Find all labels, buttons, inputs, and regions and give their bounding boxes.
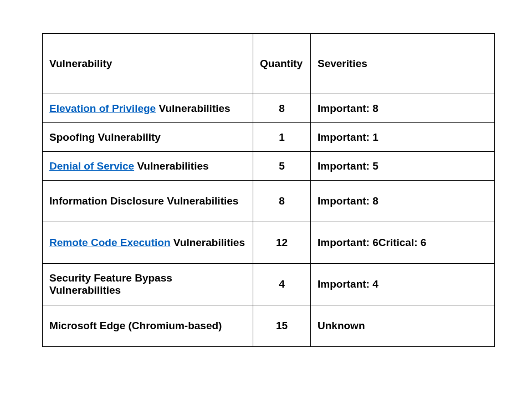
- cell-severities: Important: 1: [311, 123, 495, 152]
- cell-quantity: 15: [253, 305, 311, 347]
- cell-quantity: 8: [253, 181, 311, 222]
- cell-quantity: 4: [253, 264, 311, 305]
- cell-vulnerability: Elevation of Privilege Vulnerabilities: [43, 94, 253, 123]
- cell-severities: Important: 5: [311, 152, 495, 181]
- page: Vulnerability Quantity Severities Elevat…: [0, 0, 532, 347]
- cell-vulnerability: Remote Code Execution Vulnerabilities: [43, 222, 253, 264]
- cell-vulnerability: Spoofing Vulnerability: [43, 123, 253, 152]
- cell-severities: Important: 8: [311, 94, 495, 123]
- table-row: Information Disclosure Vulnerabilities 8…: [43, 181, 495, 222]
- link-remote-code-execution[interactable]: Remote Code Execution: [49, 237, 171, 248]
- cell-severities: Important: 6Critical: 6: [311, 222, 495, 264]
- cell-quantity: 8: [253, 94, 311, 123]
- cell-vulnerability-text: Vulnerabilities: [171, 237, 245, 248]
- table-row: Microsoft Edge (Chromium-based) 15 Unkno…: [43, 305, 495, 347]
- cell-severities: Important: 4: [311, 264, 495, 305]
- cell-vulnerability: Denial of Service Vulnerabilities: [43, 152, 253, 181]
- cell-vulnerability-text: Spoofing Vulnerability: [49, 131, 161, 143]
- cell-vulnerability-text: Vulnerabilities: [134, 160, 208, 172]
- cell-quantity: 12: [253, 222, 311, 264]
- cell-quantity: 1: [253, 123, 311, 152]
- cell-vulnerability-text: Information Disclosure Vulnerabilities: [49, 195, 238, 207]
- header-quantity: Quantity: [253, 34, 311, 94]
- cell-vulnerability: Microsoft Edge (Chromium-based): [43, 305, 253, 347]
- cell-quantity: 5: [253, 152, 311, 181]
- header-severities: Severities: [311, 34, 495, 94]
- vulnerability-table: Vulnerability Quantity Severities Elevat…: [42, 33, 495, 347]
- table-row: Denial of Service Vulnerabilities 5 Impo…: [43, 152, 495, 181]
- cell-vulnerability-text: Microsoft Edge (Chromium-based): [49, 320, 222, 331]
- table-row: Spoofing Vulnerability 1 Important: 1: [43, 123, 495, 152]
- cell-vulnerability-text: Security Feature Bypass Vulnerabilities: [49, 272, 172, 296]
- cell-vulnerability: Security Feature Bypass Vulnerabilities: [43, 264, 253, 305]
- cell-severities: Unknown: [311, 305, 495, 347]
- table-row: Remote Code Execution Vulnerabilities 12…: [43, 222, 495, 264]
- cell-vulnerability: Information Disclosure Vulnerabilities: [43, 181, 253, 222]
- link-denial-of-service[interactable]: Denial of Service: [49, 160, 134, 172]
- cell-vulnerability-text: Vulnerabilities: [156, 103, 230, 114]
- link-elevation-of-privilege[interactable]: Elevation of Privilege: [49, 103, 156, 114]
- table-row: Security Feature Bypass Vulnerabilities …: [43, 264, 495, 305]
- table-row: Elevation of Privilege Vulnerabilities 8…: [43, 94, 495, 123]
- table-header-row: Vulnerability Quantity Severities: [43, 34, 495, 94]
- header-vulnerability: Vulnerability: [43, 34, 253, 94]
- cell-severities: Important: 8: [311, 181, 495, 222]
